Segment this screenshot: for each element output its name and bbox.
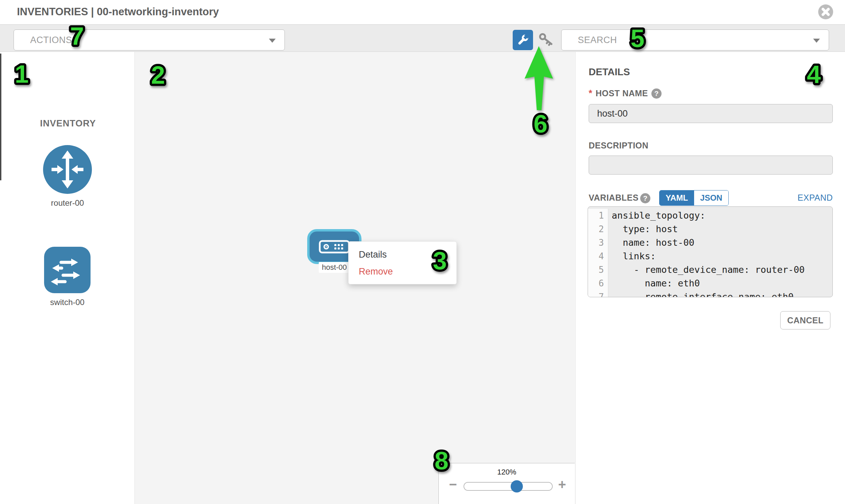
host-name-label: HOST NAME [596,88,648,98]
context-menu-remove[interactable]: Remove [359,263,393,280]
node-context-menu: Details Remove [348,241,457,284]
json-toggle-button[interactable]: JSON [694,191,728,205]
actions-dropdown[interactable]: ACTIONS [14,30,285,51]
key-icon [538,32,554,48]
actions-dropdown-label: ACTIONS [30,35,72,46]
line-text: ansible_topology: [608,209,832,222]
question-circle-icon[interactable]: ? [640,193,650,203]
host-name-input[interactable] [589,104,833,123]
code-line: 3 name: host-00 [588,236,832,250]
topology-canvas[interactable]: host-00 Details Remove 120% − + [135,52,575,504]
device-label: switch-00 [44,298,90,307]
header: INVENTORIES | 00-networking-inventory [0,0,845,24]
host-name-label-row: * HOST NAME ? [589,88,662,98]
inventory-sidebar-title: INVENTORY [40,118,96,129]
line-number: 6 [588,276,608,290]
line-number: 5 [588,263,608,276]
router-icon [43,145,92,194]
details-panel: DETAILS * HOST NAME ? DESCRIPTION VARIAB… [575,52,845,504]
line-number: 7 [588,290,608,297]
toolbar: ACTIONS SEARCH [0,24,845,52]
line-text: name: eth0 [608,276,832,290]
wrench-icon [517,34,529,46]
variables-format-toggle: YAML JSON [659,190,729,206]
line-number: 2 [588,222,608,236]
required-marker: * [589,88,592,98]
close-icon[interactable] [818,4,833,20]
code-line: 7 remote_interface_name: eth0 [588,290,832,297]
line-text: links: [608,250,832,263]
line-number: 3 [588,236,608,250]
search-dropdown-label: SEARCH [578,35,617,46]
description-label: DESCRIPTION [589,141,648,150]
zoom-percentage: 120% [439,468,575,476]
line-text: name: host-00 [608,236,832,250]
yaml-toggle-button[interactable]: YAML [659,191,694,205]
search-dropdown[interactable]: SEARCH [561,30,829,51]
zoom-control: 120% − + [438,463,575,504]
inventory-sidebar: INVENTORY router-00 [0,52,135,504]
variables-row: VARIABLES ? YAML JSON EXPAND [589,190,833,206]
zoom-out-button[interactable]: − [449,477,457,492]
description-label-row: DESCRIPTION [589,141,648,150]
page-title: INVENTORIES | 00-networking-inventory [17,6,219,18]
caret-down-icon [813,39,820,43]
device-label: router-00 [43,198,92,208]
inventory-topology-app: INVENTORIES | 00-networking-inventory AC… [0,0,845,504]
code-line: 6 name: eth0 [588,276,832,290]
line-text: remote_interface_name: eth0 [608,290,832,297]
toolbar-wrench-button[interactable] [513,30,533,50]
line-text: - remote_device_name: router-00 [608,263,832,276]
line-text: type: host [608,222,832,236]
code-line: 5 - remote_device_name: router-00 [588,263,832,276]
line-number: 1 [588,209,608,222]
toolbar-key-button[interactable] [538,32,554,48]
cancel-button[interactable]: CANCEL [780,311,830,329]
host-icon [319,239,350,254]
details-panel-title: DETAILS [589,67,630,78]
code-line: 1 ansible_topology: [588,209,832,222]
context-menu-details[interactable]: Details [359,247,387,263]
line-number: 4 [588,250,608,263]
left-edge-scroll-line [0,54,1,180]
code-line: 4 links: [588,250,832,263]
variables-label: VARIABLES [589,193,638,203]
zoom-in-button[interactable]: + [558,477,566,492]
zoom-slider-thumb[interactable] [511,480,523,492]
expand-link[interactable]: EXPAND [797,193,833,203]
variables-code-editor[interactable]: 1 ansible_topology: 2 type: host 3 name:… [588,206,833,297]
sidebar-device-router[interactable]: router-00 [43,145,92,208]
code-line: 2 type: host [588,222,832,236]
sidebar-device-switch[interactable]: switch-00 [44,247,90,307]
zoom-slider-track[interactable] [463,482,553,491]
description-input[interactable] [589,156,833,175]
caret-down-icon [269,39,276,43]
question-circle-icon[interactable]: ? [651,88,662,98]
switch-icon [44,247,90,293]
